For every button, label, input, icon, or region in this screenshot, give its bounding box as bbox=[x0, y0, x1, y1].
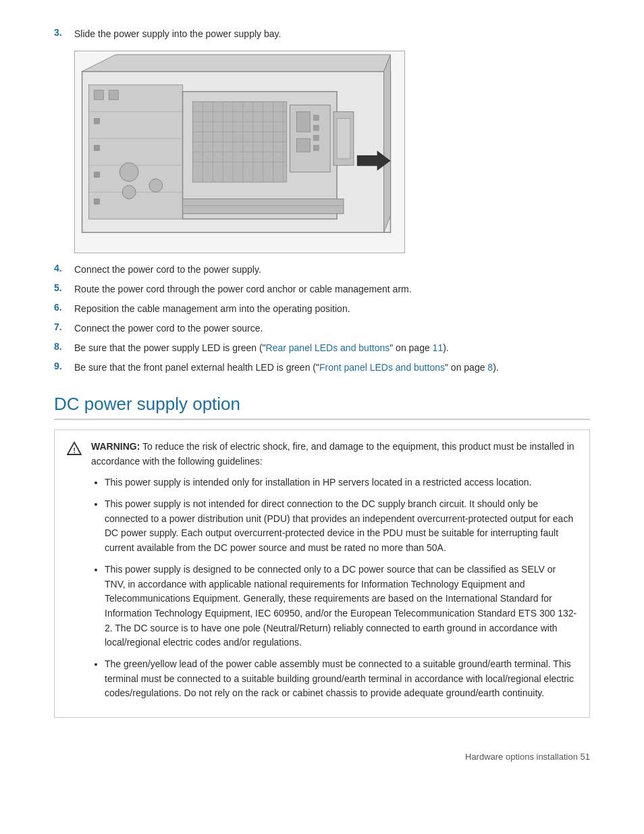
step-8-text: Be sure that the power supply LED is gre… bbox=[74, 341, 590, 355]
bullet-3: This power supply is designed to be conn… bbox=[105, 563, 577, 650]
svg-rect-40 bbox=[313, 145, 319, 151]
step-8-text-before: Be sure that the power supply LED is gre… bbox=[74, 342, 266, 353]
step-9-num: 9. bbox=[54, 361, 74, 371]
front-panel-link[interactable]: Front panel LEDs and buttons bbox=[319, 362, 445, 373]
step-6-num: 6. bbox=[54, 302, 74, 313]
warning-icon: ! bbox=[67, 441, 82, 456]
warning-label: WARNING: bbox=[91, 441, 140, 452]
step-9-text-before: Be sure that the front panel external he… bbox=[74, 362, 319, 373]
step-8: 8. Be sure that the power supply LED is … bbox=[54, 341, 590, 355]
section-title: DC power supply option bbox=[54, 394, 590, 420]
rear-panel-link[interactable]: Rear panel LEDs and buttons bbox=[266, 342, 390, 353]
svg-rect-8 bbox=[94, 90, 103, 100]
step-4-text: Connect the power cord to the power supp… bbox=[74, 263, 590, 277]
step-5-num: 5. bbox=[54, 282, 74, 293]
front-panel-page-ref[interactable]: 8 bbox=[487, 362, 493, 373]
step-5-text: Route the power cord through the power c… bbox=[74, 282, 590, 296]
rear-panel-page-ref[interactable]: 11 bbox=[433, 342, 444, 353]
svg-rect-12 bbox=[94, 172, 99, 178]
svg-marker-1 bbox=[82, 55, 391, 72]
step-8-text-after: ). bbox=[443, 342, 449, 353]
bullet-1: This power supply is intended only for i… bbox=[105, 475, 577, 490]
svg-rect-42 bbox=[337, 118, 350, 159]
step-5: 5. Route the power cord through the powe… bbox=[54, 282, 590, 296]
step-7-num: 7. bbox=[54, 321, 74, 332]
step-3-num: 3. bbox=[54, 27, 74, 38]
svg-rect-36 bbox=[296, 138, 310, 152]
bullet-2: This power supply is not intended for di… bbox=[105, 497, 577, 556]
svg-marker-2 bbox=[384, 55, 391, 232]
step-6: 6. Reposition the cable management arm i… bbox=[54, 302, 590, 316]
footer: Hardware options installation 51 bbox=[54, 745, 590, 762]
warning-box: ! WARNING: To reduce the risk of electri… bbox=[54, 429, 590, 718]
step-4: 4. Connect the power cord to the power s… bbox=[54, 263, 590, 277]
power-supply-image bbox=[74, 51, 405, 253]
svg-rect-3 bbox=[89, 85, 183, 219]
step-9-text: Be sure that the front panel external he… bbox=[74, 361, 590, 375]
svg-point-16 bbox=[122, 186, 136, 199]
warning-intro: To reduce the risk of electric shock, fi… bbox=[91, 441, 574, 467]
svg-rect-38 bbox=[313, 125, 319, 130]
step-6-text: Reposition the cable management arm into… bbox=[74, 302, 590, 316]
svg-rect-35 bbox=[296, 111, 310, 132]
svg-rect-39 bbox=[313, 135, 319, 140]
svg-text:!: ! bbox=[73, 446, 76, 454]
svg-point-14 bbox=[119, 163, 138, 182]
step-8-num: 8. bbox=[54, 341, 74, 352]
step-9: 9. Be sure that the front panel external… bbox=[54, 361, 590, 375]
svg-rect-44 bbox=[183, 199, 344, 214]
step-4-num: 4. bbox=[54, 263, 74, 273]
warning-content: WARNING: To reduce the risk of electric … bbox=[91, 440, 577, 708]
warning-bullets: This power supply is intended only for i… bbox=[105, 475, 577, 701]
step-9-text-after: ). bbox=[493, 362, 499, 373]
svg-rect-13 bbox=[94, 199, 99, 205]
svg-rect-10 bbox=[94, 118, 99, 124]
step-8-text-middle: " on page bbox=[390, 342, 432, 353]
svg-point-15 bbox=[149, 179, 163, 192]
step-7: 7. Connect the power cord to the power s… bbox=[54, 321, 590, 336]
bullet-4: The green/yellow lead of the power cable… bbox=[105, 657, 577, 701]
step-7-text: Connect the power cord to the power sour… bbox=[74, 321, 590, 336]
step-9-text-middle: " on page bbox=[445, 362, 487, 373]
svg-rect-37 bbox=[313, 115, 319, 120]
svg-rect-9 bbox=[109, 90, 118, 100]
svg-rect-11 bbox=[94, 145, 99, 151]
hardware-svg bbox=[75, 51, 404, 253]
step-3: 3. Slide the power supply into the power… bbox=[54, 27, 590, 41]
step-3-text: Slide the power supply into the power su… bbox=[74, 27, 590, 41]
